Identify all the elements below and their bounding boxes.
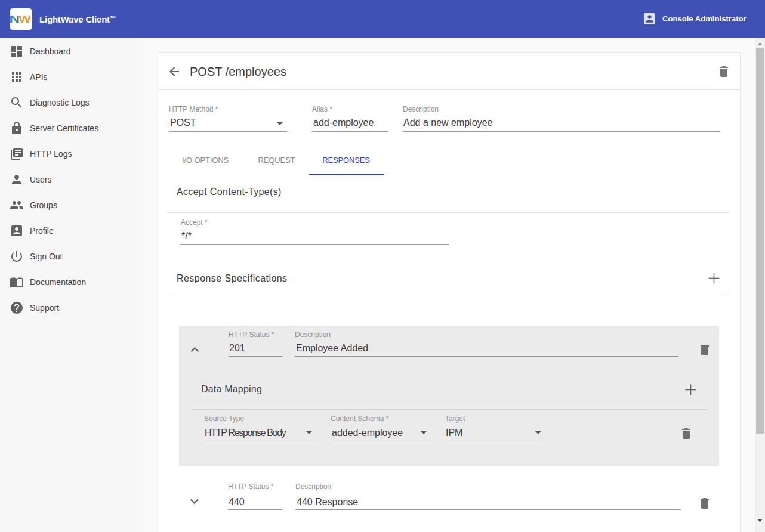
svg-text:W: W: [18, 14, 32, 24]
